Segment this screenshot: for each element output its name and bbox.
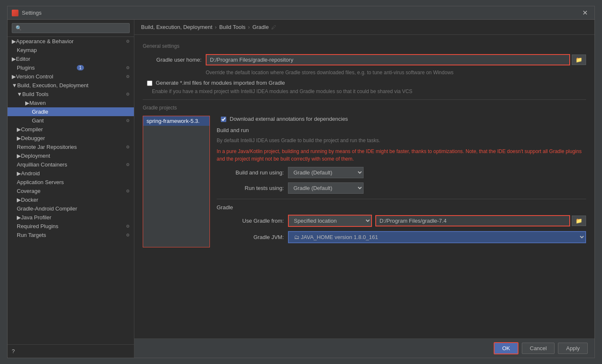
generate-iml-row: Generate *.iml files for modules importe… [147,80,586,86]
sidebar-item-label: Run Targets [17,232,46,238]
sidebar-item-label: Keymap [17,47,37,53]
sidebar-item-arquillian[interactable]: Arquillian Containers ⚙ [8,160,134,169]
chevron-right-icon: ▶ [17,170,21,177]
sidebar-item-compiler[interactable]: ▶ Compiler [8,125,134,134]
sidebar-item-label: Build, Execution, Deployment [17,82,89,88]
download-annotations-checkbox[interactable] [221,117,226,122]
divider2 [217,199,586,199]
sidebar-item-gradle-android[interactable]: Gradle-Android Compiler [8,204,134,213]
sidebar-item-label: Remote Jar Repositories [17,144,77,150]
sidebar-item-label: Maven [29,100,46,106]
sidebar-item-label: Gant [32,117,44,124]
apply-button[interactable]: Apply [558,343,588,354]
run-tests-using-row: Run tests using: Gradle (Default) [217,182,586,194]
download-annotations-label: Download external annotations for depend… [230,116,348,122]
ok-button[interactable]: OK [494,342,518,354]
gradle-home-browse-button[interactable]: 📁 [572,55,586,65]
sidebar-item-java-profiler[interactable]: ▶ Java Profiler [8,213,134,222]
sidebar-item-label: Debugger [21,135,45,141]
projects-detail: Download external annotations for depend… [217,116,586,247]
sidebar-item-run-targets[interactable]: Run Targets ⚙ [8,231,134,239]
gradle-location-browse-button[interactable]: 📁 [572,216,586,226]
gradle-jvm-label: Gradle JVM: [217,234,284,240]
title-bar: Settings ✕ [8,6,594,20]
settings-icon: ⚙ [126,162,130,167]
sidebar-item-build-tools[interactable]: ▼ Build Tools ⚙ [8,90,134,99]
sidebar-item-label: Gradle [32,109,48,115]
settings-icon: ⚙ [126,65,130,70]
chevron-right-icon: ▶ [17,135,21,141]
sidebar-item-label: Editor [16,56,30,62]
sidebar-item-label: Compiler [21,126,43,133]
sidebar-item-maven[interactable]: ▶ Maven [8,99,134,107]
chevron-right-icon: ▶ [12,73,16,80]
settings-icon: ⚙ [126,39,130,44]
build-run-using-row: Build and run using: Gradle (Default) [217,167,586,178]
sidebar-item-version-control[interactable]: ▶ Version Control ⚙ [8,72,134,81]
build-run-warning: In a pure Java/Kotlin project, building … [217,148,586,163]
general-settings-label: General settings [143,43,586,49]
gradle-user-home-input[interactable] [206,54,570,65]
sidebar-item-deployment[interactable]: ▶ Deployment [8,151,134,160]
run-tests-using-select[interactable]: Gradle (Default) [288,182,364,194]
sidebar-item-build-execution[interactable]: ▼ Build, Execution, Deployment [8,81,134,90]
settings-icon: ⚙ [126,189,130,193]
sidebar-item-debugger[interactable]: ▶ Debugger [8,134,134,143]
sidebar-item-gradle[interactable]: Gradle [8,107,134,116]
sidebar-item-plugins[interactable]: Plugins 1 ⚙ [8,63,134,72]
sidebar-item-label: Docker [21,197,38,203]
sidebar-item-app-servers[interactable]: Application Servers [8,178,134,187]
generate-iml-checkbox[interactable] [147,81,152,86]
sidebar-item-editor[interactable]: ▶ Editor [8,55,134,63]
sidebar-item-gant[interactable]: Gant ⚙ [8,116,134,125]
chevron-down-icon: ▼ [17,91,22,97]
breadcrumb-sep2: › [248,24,250,30]
panel-content: General settings Gradle user home: 📁 Ove… [134,35,594,338]
use-gradle-from-label: Use Gradle from: [217,218,284,224]
gradle-user-home-hint: Override the default location where Grad… [206,70,586,75]
sidebar-item-label: Deployment [21,153,50,159]
project-item[interactable]: spring-framework-5.3. [143,116,209,126]
chevron-right-icon: ▶ [17,126,21,133]
sidebar-item-required-plugins[interactable]: Required Plugins ⚙ [8,222,134,231]
chevron-right-icon: ▶ [17,153,21,159]
window-title: Settings [22,10,580,16]
generate-iml-hint: Enable if you have a mixed project with … [152,88,586,94]
chevron-right-icon: ▶ [17,197,21,203]
gradle-section-title: Gradle [217,204,586,211]
sidebar-item-label: Gradle-Android Compiler [17,205,77,212]
sidebar-item-label: Coverage [17,188,40,194]
main-panel: Build, Execution, Deployment › Build Too… [134,20,594,358]
sidebar-item-docker[interactable]: ▶ Docker [8,195,134,204]
settings-icon: ⚙ [126,118,130,123]
footer-bar: OK Cancel Apply [134,338,594,358]
sidebar-item-remote-jar[interactable]: Remote Jar Repositories ⚙ [8,143,134,151]
breadcrumb-sep1: › [215,24,217,30]
chevron-down-icon: ▼ [12,82,17,88]
help-icon[interactable]: ? [12,348,15,354]
sidebar-item-keymap[interactable]: Keymap [8,46,134,55]
chevron-right-icon: ▶ [17,214,21,221]
breadcrumb-part3: Gradle [252,24,269,30]
use-gradle-from-select[interactable]: Specified location [288,215,372,227]
search-input[interactable] [12,23,130,33]
edit-icon[interactable]: 🖊 [271,24,276,30]
gradle-jvm-row: Gradle JVM: 🗂 JAVA_HOME version 1.8.0_16… [217,231,586,243]
sidebar-item-android[interactable]: ▶ Android [8,169,134,178]
breadcrumb: Build, Execution, Deployment › Build Too… [134,20,594,35]
sidebar-item-appearance[interactable]: ▶ Appearance & Behavior ⚙ [8,37,134,46]
download-annotations-row: Download external annotations for depend… [221,116,586,122]
search-container [8,20,134,37]
build-run-info: By default IntelliJ IDEA uses Gradle to … [217,137,586,144]
app-icon [12,10,18,16]
sidebar-item-coverage[interactable]: Coverage ⚙ [8,187,134,195]
build-run-using-select[interactable]: Gradle (Default) [288,167,364,178]
chevron-right-icon: ▶ [12,38,16,44]
close-button[interactable]: ✕ [580,8,590,18]
gradle-location-input[interactable] [375,215,570,226]
cancel-button[interactable]: Cancel [522,343,555,354]
gradle-jvm-select[interactable]: 🗂 JAVA_HOME version 1.8.0_161 [288,231,586,243]
settings-icon: ⚙ [126,74,130,79]
generate-iml-label: Generate *.iml files for modules importe… [156,80,285,86]
sidebar-item-label: Plugins [17,65,35,71]
